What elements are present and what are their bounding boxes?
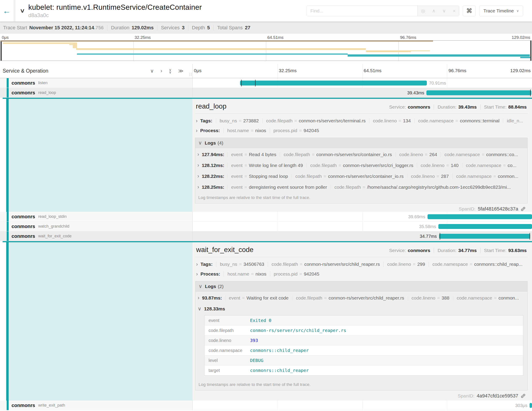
log-entry[interactable]: › 93.87ms: event=Waiting for exit codeco…: [198, 293, 525, 303]
span-name-cell[interactable]: conmonrs write_exit_path: [0, 401, 193, 410]
span-timeline-cell[interactable]: 39.43ms: [193, 88, 532, 98]
service-color-bar: [7, 88, 9, 98]
span-timeline-cell[interactable]: 35.58ms: [193, 222, 532, 231]
chevron-down-icon: ∨: [199, 283, 202, 289]
span-bar[interactable]: [530, 403, 532, 408]
span-service: conmonrs: [11, 90, 35, 96]
trace-view-selector[interactable]: Trace Timeline ∨: [479, 6, 523, 16]
detail-accent-border: [3, 241, 532, 242]
prev-result-icon[interactable]: ∧: [432, 8, 436, 14]
tag-item: code.lineno=134: [369, 118, 414, 123]
logs-footer-note: Log timestamps are relative to the start…: [195, 380, 527, 390]
service-color-bar: [6, 241, 9, 401]
log-entry[interactable]: › 127.94ms: event=Read 4 bytescode.filep…: [198, 149, 525, 160]
service-operation-header: Service & Operation ∨ › ∨∨ ≫: [0, 64, 193, 78]
span-operation: listen: [38, 81, 48, 85]
span-duration-label: 303μs: [515, 403, 527, 408]
span-service: conmonrs: [11, 224, 35, 229]
collapse-all-icon[interactable]: ∨∨: [169, 68, 171, 73]
span-bar[interactable]: [240, 81, 427, 86]
log-entry[interactable]: › 128.12ms: event=Wrote log line of leng…: [198, 160, 525, 171]
log-field: code.lineno=264: [396, 152, 441, 157]
span-duration-label: 34.77ms: [420, 234, 437, 239]
service-color-bar: [7, 78, 9, 88]
logs-header[interactable]: ∨ Logs (4): [195, 138, 527, 148]
process-row[interactable]: › Process: host.name=nixosprocess.pid=94…: [195, 269, 528, 279]
span-bar[interactable]: [439, 234, 531, 239]
service-color-bar: [7, 212, 9, 221]
span-event-marker: [255, 80, 256, 86]
expand-one-icon[interactable]: ›: [161, 68, 162, 74]
span-detail-wait-for-exit-code: wait_for_exit_code Service:conmonrs Dura…: [0, 241, 532, 401]
span-name-cell[interactable]: conmonrs read_loop_stdin: [0, 212, 193, 222]
span-operation: write_exit_path: [38, 403, 65, 408]
process-item: host.name=nixos: [224, 271, 270, 277]
minimap-span-segment: [411, 50, 430, 51]
log-field: code.filepath=conmon-rs/server/src/cri_l…: [306, 163, 417, 168]
tags-row[interactable]: › Tags: busy_ns=34506763code.filepath=co…: [195, 259, 528, 269]
top-bar: ← > kubelet: runtime.v1.RuntimeService/C…: [0, 0, 532, 21]
span-timeline-cell[interactable]: 303μs: [193, 401, 532, 410]
span-timeline-cell[interactable]: 70.91ms: [193, 78, 532, 88]
log-field: code.filepath=conmon-rs/server/src/child…: [292, 295, 408, 301]
keyboard-shortcuts-button[interactable]: ⌘: [463, 6, 476, 16]
back-button[interactable]: ←: [0, 0, 16, 21]
process-row[interactable]: › Process: host.name=nixosprocess.pid=94…: [195, 126, 528, 136]
service-operation-title: Service & Operation: [3, 68, 48, 74]
column-resizer[interactable]: [190, 73, 191, 76]
find-input[interactable]: [307, 6, 417, 16]
command-icon: ⌘: [466, 7, 472, 14]
chevron-right-icon: ›: [196, 271, 198, 277]
collapse-one-icon[interactable]: ∨: [150, 68, 154, 74]
span-id-row: SpanID: 5faf48165428c37a: [195, 203, 528, 212]
span-name-cell[interactable]: conmonrs read_loop: [0, 88, 193, 98]
minimap-canvas[interactable]: [0, 40, 532, 61]
service-color-bar: [7, 231, 9, 241]
trace-id: d8a3a0c: [28, 12, 202, 19]
clear-search-icon[interactable]: ×: [453, 8, 456, 14]
span-bar[interactable]: [428, 214, 532, 219]
logs-footer-note: Log timestamps are relative to the start…: [195, 193, 527, 203]
minimap-left-handle[interactable]: [1, 41, 2, 61]
detail-title: read_loop: [196, 102, 227, 110]
trace-title-block: kubelet: runtime.v1.RuntimeService/Creat…: [28, 3, 202, 19]
span-detail-panel: read_loop Service:conmonrs Duration:39.4…: [192, 98, 532, 212]
span-row-listen: conmonrs listen 70.91ms: [0, 78, 532, 88]
log-field-row: code.filepath conmon-rs/server/src/child…: [205, 325, 523, 335]
log-entry[interactable]: › 128.25ms: event=deregistering event so…: [198, 182, 525, 193]
log-field: code.filepath=conmon-rs/server/src/conta…: [292, 174, 407, 179]
tags-row[interactable]: › Tags: busy_ns=273882code.filepath=conm…: [195, 116, 528, 126]
expand-all-icon[interactable]: ≫: [178, 68, 183, 74]
log-field: code.filepath=conmon-rs/server/src/conta…: [280, 152, 395, 157]
log-field: code.lineno=287: [407, 174, 452, 179]
collapse-trace-header-icon[interactable]: >: [19, 9, 26, 13]
trace-summary-bar: Trace Start November 15 2022, 11:24:14.7…: [0, 21, 532, 34]
span-timeline-cell[interactable]: 34.77ms: [193, 231, 532, 241]
span-operation: read_loop: [38, 90, 56, 95]
span-row-write-exit-path: conmonrs write_exit_path 303μs: [0, 401, 532, 410]
minimap-span-segment: [73, 42, 77, 48]
tag-item: code.lineno=299: [383, 262, 429, 267]
find-tools: ◎ ∧ ∨ ×: [417, 6, 459, 16]
minimap-span-segment: [3, 42, 74, 44]
span-name-cell[interactable]: conmonrs wait_for_exit_code: [0, 231, 193, 241]
link-icon[interactable]: [521, 393, 526, 399]
log-entry-expanded[interactable]: ∨ 128.33ms: [198, 303, 525, 314]
next-result-icon[interactable]: ∨: [442, 8, 446, 14]
locate-icon[interactable]: ◎: [421, 8, 425, 14]
log-field: event=deregistering event source from po…: [228, 185, 331, 190]
service-color-bar: [7, 401, 9, 410]
log-entry[interactable]: › 128.22ms: event=Stopping read loopcode…: [198, 171, 525, 182]
detail-left-gutter: [0, 241, 193, 401]
span-bar[interactable]: [426, 90, 531, 95]
span-bar[interactable]: [438, 224, 532, 229]
page-title: kubelet: runtime.v1.RuntimeService/Creat…: [28, 3, 202, 11]
span-name-cell[interactable]: conmonrs listen: [0, 78, 193, 88]
link-icon[interactable]: [521, 206, 526, 212]
span-timeline-cell[interactable]: 39.69ms: [193, 212, 532, 222]
logs-header[interactable]: ∨ Logs (2): [195, 281, 527, 292]
minimap-right-handle[interactable]: [530, 41, 531, 61]
log-fields-table: event Exited 0 code.filepath conmon-rs/s…: [204, 315, 523, 375]
span-name-cell[interactable]: conmonrs watch_grandchild: [0, 222, 193, 231]
span-duration-label: 39.69ms: [408, 214, 425, 219]
